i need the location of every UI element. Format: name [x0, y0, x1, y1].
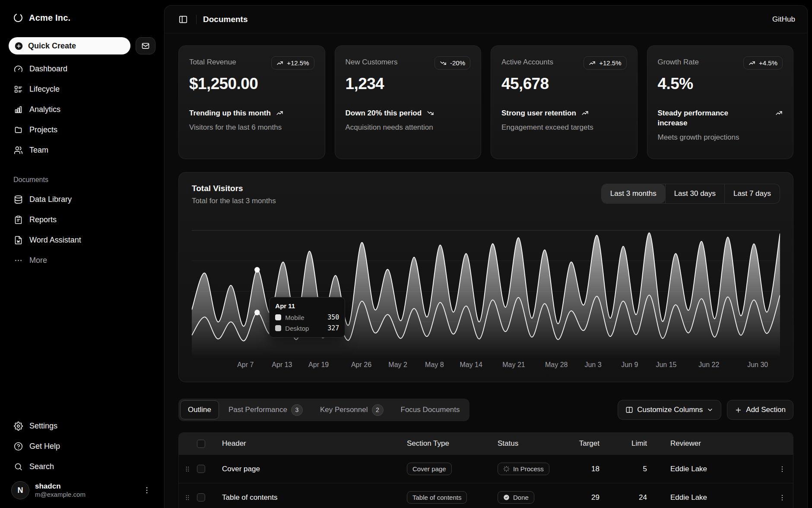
- x-tick: May 8: [425, 361, 444, 369]
- customize-columns-button[interactable]: Customize Columns: [618, 400, 721, 420]
- sidebar-item-analytics[interactable]: Analytics: [9, 101, 155, 118]
- x-tick: Apr 19: [308, 361, 329, 369]
- user-card[interactable]: N shadcn m@example.com: [9, 475, 155, 500]
- quick-create-label: Quick Create: [28, 42, 76, 51]
- sidebar-item-settings[interactable]: Settings: [9, 417, 155, 435]
- sidebar-toggle-button[interactable]: [177, 13, 190, 26]
- card-value: $1,250.00: [189, 75, 314, 93]
- visitors-chart[interactable]: Apr 11 Mobile 350 Desktop 327 Apr 7Apr 1: [192, 223, 780, 372]
- inbox-button[interactable]: [136, 37, 155, 54]
- row-limit[interactable]: 5: [616, 465, 663, 473]
- user-email: m@example.com: [35, 491, 86, 499]
- sidebar-item-data-library[interactable]: Data Library: [9, 191, 155, 208]
- row-limit[interactable]: 24: [616, 493, 663, 502]
- topbar: Documents GitHub: [165, 6, 807, 33]
- github-link[interactable]: GitHub: [772, 15, 795, 24]
- tooltip-row-mobile: Mobile 350: [275, 313, 339, 321]
- card-label: New Customers: [346, 56, 398, 67]
- col-section-type: Section Type: [400, 439, 491, 448]
- brand[interactable]: Acme Inc.: [9, 10, 155, 26]
- chart-tooltip: Apr 11 Mobile 350 Desktop 327: [269, 297, 345, 338]
- card-label: Growth Rate: [658, 56, 699, 67]
- row-target[interactable]: 18: [573, 465, 616, 473]
- avatar: N: [11, 481, 29, 499]
- row-target[interactable]: 29: [573, 493, 616, 502]
- sidebar-item-lifecycle[interactable]: Lifecycle: [9, 80, 155, 98]
- user-menu-ellipsis-icon[interactable]: [141, 484, 153, 496]
- card-value: 4.5%: [658, 75, 783, 93]
- card-label: Active Accounts: [501, 56, 553, 67]
- x-tick: Jun 15: [656, 361, 676, 369]
- col-reviewer: Reviewer: [663, 439, 771, 448]
- trending-up-icon: [749, 60, 755, 67]
- desktop-swatch: [275, 325, 281, 331]
- app-root: Acme Inc. Quick Create Dashboard: [0, 0, 812, 508]
- card-footer-desc: Visitors for the last 6 months: [189, 123, 314, 132]
- tab-key-personnel[interactable]: Key Personnel 2: [312, 400, 391, 419]
- sidebar-docs-nav: Data Library Reports Word Assistant More: [9, 191, 155, 269]
- row-reviewer[interactable]: Eddie Lake: [663, 493, 771, 502]
- tab-focus-documents[interactable]: Focus Documents: [393, 400, 468, 419]
- sections-table: Header Section Type Status Target Limit …: [178, 432, 793, 508]
- stat-card-active-accounts: Active Accounts +12.5% 45,678 Strong use…: [491, 45, 638, 159]
- trending-up-icon: [589, 60, 596, 67]
- card-label: Total Revenue: [189, 56, 236, 67]
- row-menu-ellipsis-icon[interactable]: [771, 465, 793, 473]
- sidebar-item-search[interactable]: Search: [9, 458, 155, 475]
- select-all-checkbox[interactable]: [197, 440, 205, 448]
- hover-dot-desktop: [254, 310, 260, 315]
- sidebar-item-reports[interactable]: Reports: [9, 211, 155, 228]
- database-icon: [13, 195, 23, 204]
- mobile-swatch: [275, 314, 281, 320]
- plus-icon: [735, 406, 742, 414]
- sidebar-item-label: Team: [29, 146, 48, 155]
- sidebar-item-label: Get Help: [29, 442, 60, 451]
- card-footer-desc: Meets growth projections: [658, 133, 783, 142]
- help-circle-icon: [13, 441, 23, 451]
- check-circle-icon: [503, 494, 510, 501]
- range-last-7-days[interactable]: Last 7 days: [724, 184, 780, 203]
- table-row: Cover page Cover page In Process 18 5 Ed…: [179, 454, 793, 483]
- card-value: 45,678: [501, 75, 627, 93]
- sidebar-item-word-assistant[interactable]: Word Assistant: [9, 231, 155, 249]
- divider: [196, 15, 197, 24]
- sidebar-item-get-help[interactable]: Get Help: [9, 438, 155, 455]
- trend-badge: +12.5%: [271, 56, 314, 70]
- card-footer-title: Steady performance increase: [658, 109, 783, 128]
- x-tick: Jun 22: [698, 361, 719, 369]
- table-row: Table of contents Table of contents Done…: [179, 483, 793, 508]
- range-last-30-days[interactable]: Last 30 days: [665, 184, 724, 203]
- range-toggle-group: Last 3 months Last 30 days Last 7 days: [601, 184, 780, 204]
- tooltip-row-desktop: Desktop 327: [275, 324, 339, 332]
- sidebar-item-more[interactable]: More: [9, 252, 155, 269]
- row-header[interactable]: Table of contents: [215, 493, 400, 502]
- trend-badge: -20%: [435, 56, 470, 70]
- row-header[interactable]: Cover page: [215, 465, 400, 473]
- row-menu-ellipsis-icon[interactable]: [771, 494, 793, 502]
- tab-past-performance[interactable]: Past Performance 3: [221, 400, 311, 419]
- chart-title: Total Visitors: [192, 184, 276, 193]
- trend-badge: +4.5%: [743, 56, 783, 70]
- quick-create-button[interactable]: Quick Create: [9, 37, 130, 54]
- status-badge: Done: [498, 491, 534, 504]
- col-target: Target: [573, 439, 616, 448]
- row-checkbox[interactable]: [197, 493, 205, 502]
- sidebar-item-projects[interactable]: Projects: [9, 121, 155, 138]
- brand-title: Acme Inc.: [29, 13, 70, 23]
- col-limit: Limit: [616, 439, 663, 448]
- row-checkbox[interactable]: [197, 465, 205, 473]
- drag-handle-icon[interactable]: [179, 494, 196, 502]
- file-word-icon: [13, 235, 23, 245]
- sidebar-item-label: Dashboard: [29, 64, 67, 73]
- sidebar-item-dashboard[interactable]: Dashboard: [9, 60, 155, 77]
- sidebar: Acme Inc. Quick Create Dashboard: [0, 0, 164, 508]
- add-section-button[interactable]: Add Section: [727, 400, 793, 420]
- user-name: shadcn: [35, 482, 86, 491]
- row-reviewer[interactable]: Eddie Lake: [663, 465, 771, 473]
- range-last-3-months[interactable]: Last 3 months: [602, 184, 665, 203]
- col-header: Header: [215, 439, 400, 448]
- sidebar-item-team[interactable]: Team: [9, 141, 155, 159]
- sidebar-section-label: Documents: [9, 176, 155, 184]
- tab-outline[interactable]: Outline: [180, 400, 219, 419]
- drag-handle-icon[interactable]: [179, 465, 196, 473]
